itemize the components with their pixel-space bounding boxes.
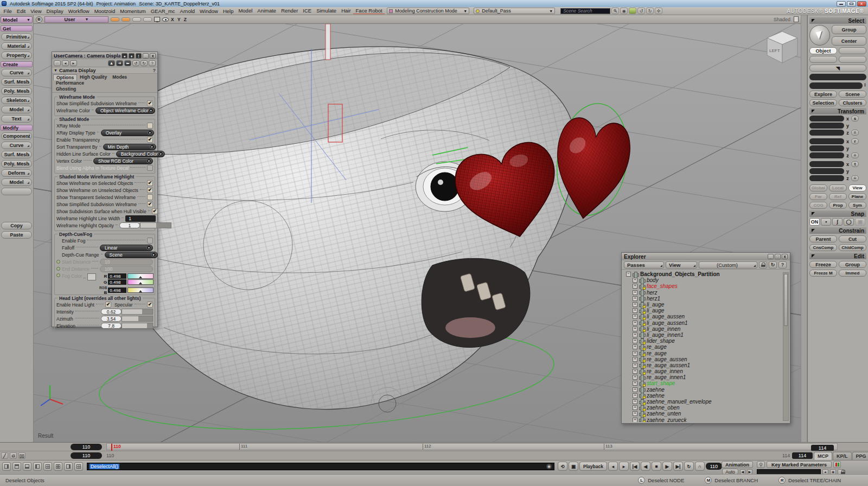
menu-item[interactable]: Display [44,8,66,14]
clusters-button[interactable]: Clusters [839,99,866,106]
search-options-icon[interactable]: ◉ [620,8,628,14]
search-icon[interactable]: 🔍︎ [611,8,619,14]
frame-back-button[interactable]: ◂ [608,462,618,471]
paste-button[interactable]: Paste [1,231,32,239]
toolbar-button[interactable]: Text [1,115,32,123]
rotate-x-field[interactable] [809,138,844,144]
expand-icon[interactable]: + [633,375,637,380]
line-width-input[interactable]: 1 [125,215,156,222]
module-selector[interactable]: Model▼ [1,16,33,23]
ppg-sticky-icon[interactable]: ● [122,53,127,59]
tree-root-row[interactable]: − Background_Objects_Partition [626,271,782,277]
shield-icon[interactable] [629,8,636,14]
ppg-edit-icon[interactable]: ↻ [141,60,148,66]
tree-item-row[interactable]: + re_auge_aussen [633,356,782,362]
ppg-recycle-icon[interactable]: ♦ [129,53,135,59]
checkbox-show-simplified[interactable] [147,100,153,106]
selection-button[interactable]: Selection [809,99,837,106]
layout-preset-button[interactable] [64,462,73,471]
tab-performance[interactable]: Performance [53,80,87,86]
toolbar-button-blank[interactable]: . [1,188,32,195]
snap-point-icon[interactable]: ▪ [821,218,831,226]
expand-icon[interactable]: + [633,399,637,404]
redo-icon[interactable]: ↻ [646,8,654,14]
section-help-icon[interactable]: ? [153,68,156,73]
layout-preset-button[interactable] [23,462,31,471]
expand-icon[interactable]: + [633,411,637,416]
tab-options[interactable]: Options [53,74,77,80]
go-last-frame-button[interactable]: ▶| [673,462,683,471]
group-filter-button[interactable]: Group [832,25,866,34]
scale-tool-button[interactable]: s [851,116,859,122]
scene-button[interactable]: Scene [839,91,866,98]
explore-button[interactable]: Explore [809,91,837,98]
menu-item[interactable]: File [1,8,14,14]
vertex-color-dropdown[interactable]: Show RGB Color▼ [93,158,153,164]
elevation-slider[interactable] [122,323,153,329]
toolbar-button[interactable]: Material [1,42,32,50]
checkbox-wireframe-option[interactable] [147,201,153,207]
tree-item-row[interactable]: + herz1 [633,296,782,302]
expand-icon[interactable]: + [633,290,637,295]
play-forward-button[interactable]: ▶ [662,462,672,471]
fog-r-slider[interactable] [127,273,154,279]
opacity-slider[interactable] [140,222,171,228]
select-header[interactable]: Select [809,17,866,24]
layout-preset-button[interactable] [43,462,52,471]
toolbar-button[interactable]: Curve [1,142,32,149]
ppg-next-icon[interactable]: ▸ [70,60,77,66]
module-menu-item[interactable]: Face Robot [353,8,385,14]
ppg-forward-icon[interactable]: ➜ [116,60,123,66]
script-options-icon[interactable]: ◉ [546,464,552,469]
freeze-button[interactable]: Freeze [809,261,837,268]
tree-item-row[interactable]: + li_auge_aussen [633,314,782,319]
memo-cam-slot2[interactable] [122,17,130,22]
expand-icon[interactable]: + [633,308,637,313]
script-loop-icon[interactable]: ⟲ [558,462,567,471]
explorer-maximize-button[interactable]: □ [775,254,781,259]
loop-button[interactable]: ↻ [684,462,694,471]
menu-item[interactable]: Workflow [66,8,92,14]
tree-item-row[interactable]: + re_auge_aussen1 [633,362,782,368]
azimuth-input[interactable]: 3,54 [101,316,122,322]
camera-view-dropdown[interactable]: User▼ [44,16,108,23]
menu-item[interactable]: View [28,8,44,14]
fog-g-slider[interactable] [127,279,154,285]
local-mode-button[interactable]: Local [829,184,847,191]
play-backward-button[interactable]: ◀ [641,462,650,471]
key-icon[interactable]: ⚲ [757,461,765,468]
checkbox-wireframe-option[interactable] [147,187,153,193]
select-tool-button[interactable] [809,25,830,46]
azimuth-slider[interactable] [122,316,153,322]
constrain-header[interactable]: Constrain [809,227,866,234]
center-filter-button[interactable]: Center [832,36,866,46]
snap-surface-icon[interactable]: ◯ [844,218,854,226]
fog-color-swatch[interactable] [87,273,96,280]
menu-item[interactable]: GEAR_mc [148,8,177,14]
module-menu-item[interactable]: Simulate [314,8,339,14]
render-pass-dropdown[interactable]: Default_Pass▼ [474,8,555,14]
checkbox-wireframe-option[interactable] [147,194,153,200]
playhead[interactable]: 110 [111,444,121,451]
menu-item[interactable]: Help [220,8,236,14]
chldcomp-button[interactable]: ChldComp [839,244,866,251]
axis-toggle-buttons[interactable]: X Y Z [171,17,188,22]
display-mode-label[interactable]: Shaded [774,17,790,22]
scrollbar-thumb[interactable] [784,274,788,326]
module-menu-item[interactable]: Hair [339,8,353,14]
translate-z-field[interactable] [809,175,844,181]
maximize-button[interactable] [847,1,856,7]
layout-preset-button[interactable] [54,462,62,471]
checkbox-enable-fog[interactable] [147,238,153,244]
tree-item-row[interactable]: + li_auge [633,302,782,308]
cog-button[interactable]: COG [809,202,827,209]
ppg-lock-icon[interactable]: ◌ [54,60,61,66]
memo-cam-slot3[interactable] [132,17,141,22]
frame-value-field[interactable]: 110 [71,452,102,459]
intensity-slider[interactable] [122,309,153,315]
panel-resize-gutter[interactable] [801,15,807,442]
key-marked-parameters-button[interactable]: Key Marked Parameters [767,461,832,468]
fog-g-input[interactable]: 0.498 [108,279,126,285]
sort-transparent-dropdown[interactable]: Min Depth▼ [103,144,156,150]
expand-icon[interactable]: + [633,393,637,398]
